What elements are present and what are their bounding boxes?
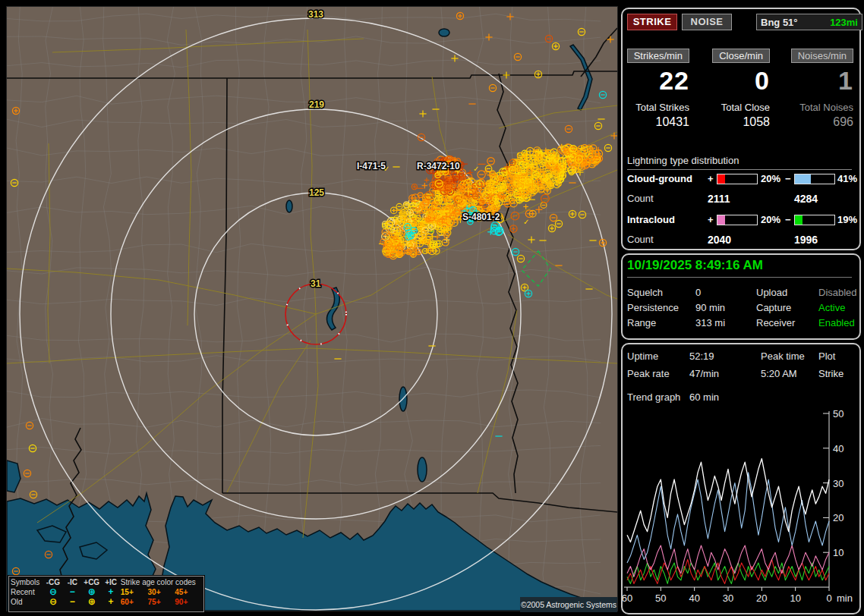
age-code: 45+ xyxy=(175,587,202,597)
storm-check-mark: ✓ xyxy=(383,165,389,173)
strikes-per-min-value: 22 xyxy=(626,66,689,96)
peak-rate-value: 47/min xyxy=(689,368,719,379)
datetime-display: 10/19/2025 8:49:16 AM xyxy=(627,258,852,278)
close-per-min-value: 0 xyxy=(706,66,770,96)
legend-row-label: Old xyxy=(11,597,43,607)
range-label: Range xyxy=(627,317,656,328)
ic-plus-bar xyxy=(717,215,758,225)
range-value: 313 mi xyxy=(695,317,725,328)
total-strikes-label: Total Strikes xyxy=(626,102,689,113)
noises-stat-column: Noises/min 1 Total Noises 696 xyxy=(787,49,853,129)
receiver-value: Enabled xyxy=(818,317,855,328)
legend-header-row: Symbols-CG-IC+CG+ICStrike age color code… xyxy=(11,577,202,587)
trend-series-total xyxy=(627,459,829,542)
plus-sign: + xyxy=(708,214,714,225)
x-axis-unit: min xyxy=(837,592,853,604)
total-close-value: 1058 xyxy=(706,115,770,129)
bearing-label: Bng 51° xyxy=(761,17,798,28)
squelch-label: Squelch xyxy=(627,287,663,298)
y-tick-label: 30 xyxy=(833,478,844,489)
trend-series-pos_ic xyxy=(627,545,829,577)
squelch-value: 0 xyxy=(695,287,701,298)
cg-minus-count: 4284 xyxy=(794,193,818,205)
x-tick-label: 40 xyxy=(689,592,699,604)
range-ring-label: 31 xyxy=(311,278,321,289)
noises-per-min-value: 1 xyxy=(787,66,853,96)
intracloud-label: Intracloud xyxy=(627,214,675,225)
cg-count-label: Count xyxy=(627,193,654,204)
lightning-map[interactable]: 31321912531 I-471-5R-3472-10S-4801-2✓✓✓ … xyxy=(6,6,618,611)
y-tick-label: 50 xyxy=(833,408,844,420)
cg-plus-fill xyxy=(717,174,725,184)
copyright-text: ©2005 Astrogenic Systems xyxy=(520,597,617,612)
age-code: 60+ xyxy=(121,597,148,607)
persistence-label: Persistence xyxy=(627,302,679,313)
peak-time-label: Peak time xyxy=(761,350,805,362)
capture-value: Active xyxy=(818,302,845,313)
age-code: 30+ xyxy=(148,587,175,597)
receiver-label: Receiver xyxy=(756,317,795,328)
legend-row-label: Recent xyxy=(11,587,43,597)
bearing-distance: 123mi xyxy=(830,17,858,28)
ic-count-label: Count xyxy=(627,234,654,245)
age-code: 15+ xyxy=(121,587,148,597)
minus-sign: − xyxy=(785,173,791,184)
legend-header: Symbols xyxy=(11,577,43,587)
x-tick-label: 30 xyxy=(723,592,733,604)
neg-cg-old-icon: ⊖ xyxy=(43,597,62,607)
close-per-min-chip: Close/min xyxy=(712,49,770,63)
strikes-stat-column: Strikes/min 22 Total Strikes 10431 xyxy=(626,49,689,129)
x-tick-label: 0 xyxy=(826,592,831,604)
cg-plus-pct: 20% xyxy=(761,173,780,184)
map-canvas[interactable]: 31321912531 I-471-5R-3472-10S-4801-2✓✓✓ xyxy=(7,7,617,611)
persistence-value: 90 min xyxy=(695,302,725,313)
total-noises-label: Total Noises xyxy=(787,102,853,113)
trend-panel: Uptime 52:19 Peak time Plot Peak rate 47… xyxy=(621,343,861,614)
cg-plus-bar xyxy=(717,174,758,184)
x-tick-label: 60 xyxy=(623,592,632,604)
strikes-per-min-chip: Strikes/min xyxy=(627,49,689,63)
x-tick-label: 10 xyxy=(790,592,800,604)
plus-sign: + xyxy=(708,173,714,184)
pos-ic-old-icon: + xyxy=(101,597,120,607)
trend-window-value: 60 min xyxy=(689,391,719,403)
storm-cell-label: I-471-5 xyxy=(357,161,386,171)
total-close-label: Total Close xyxy=(706,102,770,113)
legend-row: Recent⊖−⊕+15+30+45+ xyxy=(11,587,202,597)
capture-label: Capture xyxy=(756,302,791,313)
pos-cg-old-icon: ⊕ xyxy=(82,597,101,607)
ic-minus-bar xyxy=(794,215,835,225)
peak-rate-label: Peak rate xyxy=(627,368,670,379)
range-ring-label: 125 xyxy=(309,187,324,198)
ic-plus-count: 2040 xyxy=(708,234,731,246)
x-tick-label: 50 xyxy=(655,592,666,604)
plot-value: Strike xyxy=(818,368,844,379)
range-ring-label: 219 xyxy=(309,99,324,110)
y-tick-label: 20 xyxy=(833,512,844,523)
total-noises-value: 696 xyxy=(787,115,853,129)
ic-plus-pct: 20% xyxy=(761,214,780,225)
y-tick-label: 40 xyxy=(833,443,844,454)
ic-minus-count: 1996 xyxy=(794,234,818,246)
noise-button[interactable]: NOISE xyxy=(682,14,732,30)
status-panel: 10/19/2025 8:49:16 AM Squelch 0 Upload D… xyxy=(621,253,861,340)
close-stat-column: Close/min 0 Total Close 1058 xyxy=(706,49,770,129)
cloud-ground-label: Cloud-ground xyxy=(627,173,692,184)
cg-minus-bar xyxy=(794,174,835,184)
storm-cell-label: S-4801-2 xyxy=(462,212,500,222)
total-strikes-value: 10431 xyxy=(626,115,689,129)
peak-time-value: 5:20 AM xyxy=(761,368,797,379)
legend-age-title: Strike age color codes xyxy=(121,577,202,587)
y-tick-label: 10 xyxy=(833,547,844,558)
trend-graph: 50403020106050403020100min xyxy=(623,405,859,610)
ic-minus-pct: 19% xyxy=(837,214,857,225)
trend-graph-label: Trend graph xyxy=(627,391,680,403)
ic-plus-fill xyxy=(717,215,725,225)
strike-button[interactable]: STRIKE xyxy=(627,14,677,30)
cg-plus-count: 2111 xyxy=(708,193,730,205)
plot-label: Plot xyxy=(818,350,835,362)
upload-label: Upload xyxy=(756,287,787,298)
legend-row: Old⊖−⊕+60+75+90+ xyxy=(11,597,202,607)
upload-value: Disabled xyxy=(818,287,857,298)
distribution-title: Lightning type distribution xyxy=(627,155,852,170)
